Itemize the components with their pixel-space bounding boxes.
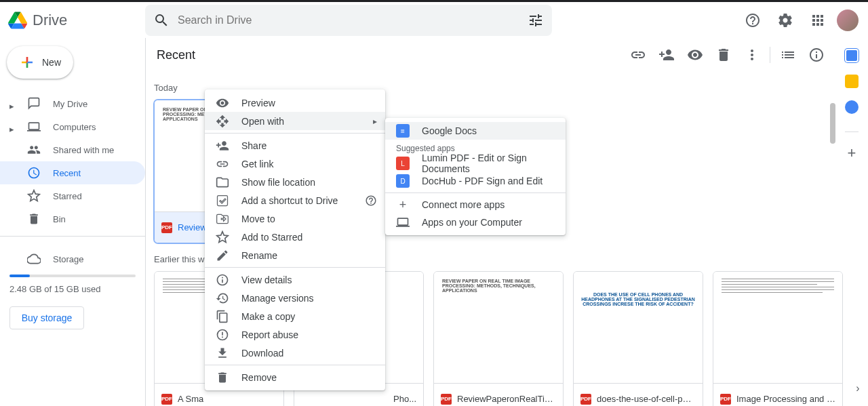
view-toggle-button[interactable] bbox=[774, 41, 802, 68]
my-drive-icon bbox=[27, 97, 41, 110]
toolbar bbox=[625, 38, 830, 72]
folder-icon bbox=[216, 176, 229, 189]
sub-connect-more[interactable]: +Connect more apps bbox=[385, 196, 566, 214]
more-vert-icon bbox=[744, 47, 760, 63]
trash-icon bbox=[715, 47, 732, 63]
calendar-app-icon[interactable] bbox=[845, 49, 859, 62]
search-options-icon[interactable] bbox=[528, 12, 544, 28]
sub-apps-computer[interactable]: Apps on your Computer bbox=[385, 214, 566, 231]
new-button[interactable]: New bbox=[7, 46, 73, 79]
ctx-share[interactable]: Share bbox=[205, 136, 385, 155]
sidebar: New ▸My Drive ▸Computers ▸Shared with me… bbox=[0, 38, 145, 406]
logo[interactable]: Drive bbox=[8, 11, 137, 30]
history-icon bbox=[216, 291, 229, 305]
ctx-move-to[interactable]: Move to bbox=[205, 209, 385, 228]
trash-icon bbox=[216, 371, 229, 384]
docs-icon: ≡ bbox=[396, 124, 410, 138]
dochub-icon: D bbox=[396, 174, 410, 188]
ctx-view-details[interactable]: View details bbox=[205, 270, 385, 289]
download-icon bbox=[216, 346, 229, 360]
eye-icon bbox=[216, 96, 229, 110]
support-button[interactable] bbox=[739, 7, 766, 34]
side-panel: + bbox=[835, 38, 868, 162]
preview-button[interactable] bbox=[682, 41, 709, 68]
ctx-add-shortcut[interactable]: Add a shortcut to Drive bbox=[205, 191, 385, 209]
move-icon bbox=[216, 212, 229, 226]
avatar[interactable] bbox=[837, 9, 859, 31]
apps-grid-icon bbox=[810, 12, 826, 28]
computers-icon bbox=[27, 120, 41, 134]
sidebar-item-my-drive[interactable]: ▸My Drive bbox=[0, 92, 145, 115]
star-icon bbox=[216, 230, 229, 244]
new-button-label: New bbox=[42, 57, 61, 68]
expand-side-panel[interactable]: › bbox=[850, 380, 866, 397]
keep-app-icon[interactable] bbox=[845, 75, 859, 88]
ctx-manage-versions[interactable]: Manage versions bbox=[205, 289, 385, 307]
link-icon bbox=[216, 157, 229, 171]
drive-logo-icon bbox=[8, 11, 27, 30]
pdf-icon: PDF bbox=[161, 394, 172, 405]
file-thumbnail[interactable]: REVIEW PAPER ON REAL TIME IMAGE PROCESSI… bbox=[433, 271, 564, 406]
app-name: Drive bbox=[33, 12, 67, 29]
search-icon bbox=[153, 12, 170, 28]
buy-storage-button[interactable]: Buy storage bbox=[9, 306, 84, 329]
sub-lumin[interactable]: LLumin PDF - Edit or Sign Documents bbox=[385, 155, 566, 172]
lumin-icon: L bbox=[396, 157, 410, 170]
sub-google-docs[interactable]: ≡Google Docs bbox=[385, 122, 566, 140]
ctx-report-abuse[interactable]: Report abuse bbox=[205, 325, 385, 344]
scrollbar[interactable] bbox=[830, 103, 835, 144]
eye-icon bbox=[687, 47, 703, 63]
trash-icon bbox=[27, 212, 41, 226]
delete-button[interactable] bbox=[710, 41, 737, 68]
person-add-icon bbox=[216, 139, 229, 153]
ctx-get-link[interactable]: Get link bbox=[205, 155, 385, 173]
get-link-button[interactable] bbox=[625, 41, 652, 68]
sidebar-item-starred[interactable]: ▸Starred bbox=[0, 184, 145, 207]
report-icon bbox=[216, 328, 229, 342]
sub-dochub[interactable]: DDocHub - PDF Sign and Edit bbox=[385, 172, 566, 190]
recent-icon bbox=[27, 166, 41, 180]
storage-bar bbox=[9, 275, 136, 277]
file-thumbnail[interactable]: DOES THE USE OF CELL PHONES AND HEADPHON… bbox=[573, 271, 703, 406]
ctx-show-location[interactable]: Show file location bbox=[205, 173, 385, 191]
gear-icon bbox=[777, 12, 793, 28]
sidebar-item-storage[interactable]: ▸Storage bbox=[0, 247, 145, 270]
sidebar-item-recent[interactable]: ▸Recent bbox=[0, 161, 145, 184]
apps-button[interactable] bbox=[804, 7, 831, 34]
add-addon-button[interactable]: + bbox=[848, 144, 856, 162]
search-bar[interactable] bbox=[145, 5, 552, 36]
ctx-download[interactable]: Download bbox=[205, 344, 385, 362]
ctx-make-copy[interactable]: Make a copy bbox=[205, 307, 385, 325]
pdf-icon: PDF bbox=[441, 394, 452, 405]
link-icon bbox=[630, 47, 646, 63]
chevron-right-icon: ▸ bbox=[373, 117, 377, 126]
cloud-icon bbox=[27, 252, 41, 266]
list-view-icon bbox=[780, 47, 796, 63]
shared-icon bbox=[27, 143, 41, 157]
plus-icon: + bbox=[396, 198, 410, 211]
pdf-icon: PDF bbox=[161, 222, 172, 233]
page-title: Recent bbox=[157, 48, 195, 62]
edit-icon bbox=[216, 249, 229, 262]
ctx-open-with[interactable]: Open with▸ bbox=[205, 112, 385, 130]
person-add-icon bbox=[658, 47, 675, 63]
ctx-add-star[interactable]: Add to Starred bbox=[205, 228, 385, 246]
star-icon bbox=[27, 189, 41, 203]
ctx-remove[interactable]: Remove bbox=[205, 368, 385, 386]
info-icon bbox=[808, 47, 825, 63]
search-input[interactable] bbox=[178, 14, 519, 26]
settings-button[interactable] bbox=[772, 7, 799, 34]
header: Drive bbox=[0, 2, 868, 38]
share-button[interactable] bbox=[653, 41, 680, 68]
tasks-app-icon[interactable] bbox=[845, 100, 859, 114]
pdf-icon: PDF bbox=[720, 394, 731, 405]
sidebar-item-computers[interactable]: ▸Computers bbox=[0, 115, 145, 138]
open-with-submenu: ≡Google Docs Suggested apps LLumin PDF -… bbox=[385, 118, 566, 235]
sidebar-item-shared[interactable]: ▸Shared with me bbox=[0, 138, 145, 161]
ctx-rename[interactable]: Rename bbox=[205, 246, 385, 264]
more-button[interactable] bbox=[738, 41, 766, 68]
ctx-preview[interactable]: Preview bbox=[205, 94, 385, 112]
details-button[interactable] bbox=[803, 41, 830, 68]
sidebar-item-bin[interactable]: ▸Bin bbox=[0, 207, 145, 230]
file-thumbnail[interactable]: PDFImage Processing and Pa... bbox=[713, 271, 843, 406]
